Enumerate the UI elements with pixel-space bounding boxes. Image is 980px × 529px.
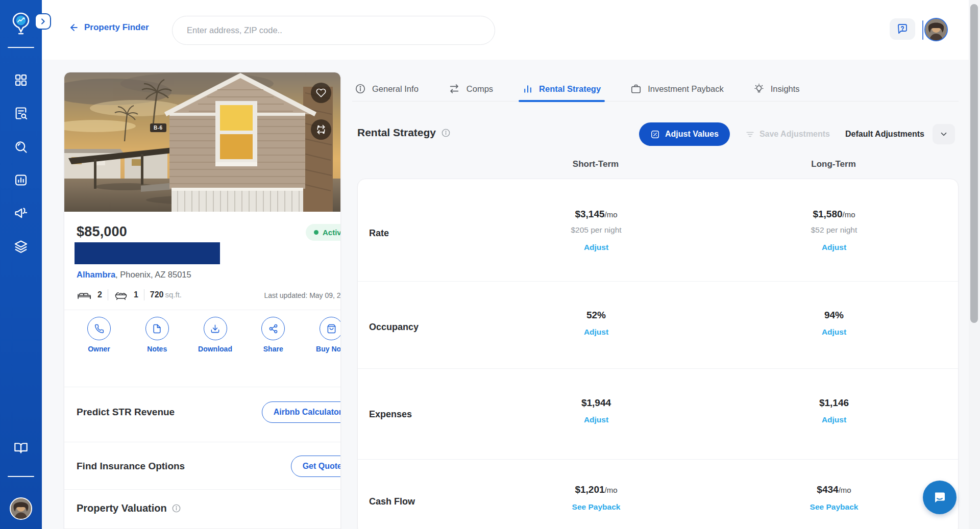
chat-bubble-icon xyxy=(932,490,947,505)
expand-sidebar-button[interactable] xyxy=(35,13,51,30)
value: $1,201 xyxy=(575,484,604,495)
tab-insights[interactable]: Insights xyxy=(753,77,800,101)
valuation-title: Property Valuation xyxy=(77,502,167,514)
property-card: B-6 $85,000 Active Alhambra, Phoenix, AZ… xyxy=(64,72,341,529)
adjust-link[interactable]: Adjust xyxy=(584,328,608,337)
filter-lines-icon xyxy=(745,130,755,139)
lightbulb-icon xyxy=(753,83,765,94)
stat-divider xyxy=(108,289,108,300)
neighborhood-link[interactable]: Alhambra xyxy=(77,270,115,279)
sidebar-user-avatar[interactable] xyxy=(10,497,32,520)
rate-long-term-cell: $1,580/mo $52 per night Adjust xyxy=(811,209,857,252)
card-divider xyxy=(64,489,341,490)
insurance-row: Find Insurance Options Get Quote xyxy=(77,456,341,477)
avatar-image xyxy=(11,498,31,519)
action-label: Buy Now xyxy=(316,345,341,353)
tab-label: Investment Payback xyxy=(648,84,724,94)
value-suffix: /mo xyxy=(605,486,618,494)
value: $1,146 xyxy=(819,397,849,408)
favorite-button[interactable] xyxy=(311,83,331,103)
tab-label: Comps xyxy=(467,84,493,94)
owner-button[interactable]: Owner xyxy=(77,317,121,353)
scrollbar-thumb[interactable] xyxy=(970,4,978,323)
share-button[interactable]: Share xyxy=(251,317,296,353)
notes-button[interactable]: Notes xyxy=(135,317,180,353)
chat-launcher-button[interactable] xyxy=(923,481,957,514)
save-adjustments-button[interactable]: Save Adjustments xyxy=(742,129,833,140)
layers-icon[interactable] xyxy=(14,239,28,254)
save-adjustments-label: Save Adjustments xyxy=(760,130,830,139)
page-title: Property Finder xyxy=(84,22,149,33)
phone-icon xyxy=(94,324,104,334)
tab-rental-strategy[interactable]: Rental Strategy xyxy=(523,77,601,101)
value: 94% xyxy=(824,310,844,320)
user-avatar[interactable] xyxy=(924,18,948,41)
address-redaction-bar xyxy=(75,242,220,264)
expenses-long-term-cell: $1,146 Adjust xyxy=(819,397,849,424)
sqft-value: 720 xyxy=(150,290,164,299)
buy-now-button[interactable]: Buy Now xyxy=(309,317,341,353)
sidebar-divider xyxy=(8,476,34,477)
adjust-link[interactable]: Adjust xyxy=(584,243,608,252)
value: $434 xyxy=(817,484,838,495)
status-badge: Active xyxy=(306,224,341,241)
help-button[interactable] xyxy=(890,18,915,40)
info-icon[interactable] xyxy=(172,503,181,513)
back-to-property-finder[interactable]: Property Finder xyxy=(69,22,149,33)
help-bubble-icon xyxy=(896,23,909,35)
cash-flow-long-term-cell: $434/mo See Payback xyxy=(810,484,859,512)
see-payback-link[interactable]: See Payback xyxy=(810,502,859,512)
info-icon xyxy=(355,83,366,94)
chevron-down-icon xyxy=(939,130,948,139)
sqft-unit: sq.ft. xyxy=(165,290,182,299)
tab-investment-payback[interactable]: Investment Payback xyxy=(630,77,724,101)
bar-chart-icon xyxy=(523,84,533,94)
adjust-link[interactable]: Adjust xyxy=(822,243,846,252)
tab-label: General Info xyxy=(372,84,419,94)
avatar-image xyxy=(925,19,947,40)
search-input[interactable] xyxy=(173,16,523,44)
table-row-expenses: Expenses $1,944 Adjust $1,146 Adjust xyxy=(358,368,958,459)
adjust-link[interactable]: Adjust xyxy=(822,328,846,337)
back-arrow-icon xyxy=(69,22,79,33)
tab-comps[interactable]: Comps xyxy=(448,77,493,101)
top-header: Property Finder xyxy=(42,0,980,60)
adjust-link[interactable]: Adjust xyxy=(822,415,846,424)
property-price: $85,000 xyxy=(77,224,127,240)
compare-button[interactable] xyxy=(311,119,331,140)
address-rest: , Phoenix, AZ 85015 xyxy=(115,270,191,279)
sidebar-nav xyxy=(0,0,42,529)
property-photo[interactable]: B-6 xyxy=(64,72,340,212)
table-row-rate: Rate $3,145/mo $205 per night Adjust $1,… xyxy=(358,179,958,281)
value: $1,944 xyxy=(581,397,611,408)
search-icon[interactable] xyxy=(14,140,28,154)
preset-dropdown-button[interactable] xyxy=(933,124,955,144)
app-logo[interactable] xyxy=(9,11,33,37)
value: $1,580 xyxy=(813,209,842,219)
see-payback-link[interactable]: See Payback xyxy=(572,502,621,512)
airbnb-calculator-button[interactable]: Airbnb Calculator xyxy=(262,401,341,423)
property-report-icon[interactable] xyxy=(14,106,28,120)
adjust-values-button[interactable]: Adjust Values xyxy=(639,122,730,146)
property-details: $85,000 Active Alhambra, Phoenix, AZ 850… xyxy=(64,212,341,529)
analytics-icon[interactable] xyxy=(14,173,28,187)
row-label: Occupancy xyxy=(369,322,419,333)
address-line: Alhambra, Phoenix, AZ 85015 xyxy=(77,270,191,280)
download-button[interactable]: Download xyxy=(193,317,238,353)
sub-value: $205 per night xyxy=(571,225,621,235)
dashboard-grid-icon[interactable] xyxy=(14,73,28,87)
info-icon[interactable] xyxy=(441,128,451,138)
marketing-icon[interactable] xyxy=(14,206,28,220)
row-label: Rate xyxy=(369,228,389,239)
preset-selector-label[interactable]: Default Adjustments xyxy=(845,130,924,139)
value: 52% xyxy=(586,310,606,320)
row-label: Expenses xyxy=(369,409,412,420)
adjust-link[interactable]: Adjust xyxy=(584,415,608,424)
get-quote-button[interactable]: Get Quote xyxy=(291,456,341,477)
property-stats: 2 1 720sq.ft. xyxy=(77,289,182,300)
tab-general-info[interactable]: General Info xyxy=(355,77,419,101)
academy-book-icon[interactable] xyxy=(14,441,28,455)
card-divider xyxy=(64,310,341,310)
last-updated-text: Last updated: May 09, 2025 xyxy=(264,291,341,299)
occupancy-long-term-cell: 94% Adjust xyxy=(822,310,846,337)
